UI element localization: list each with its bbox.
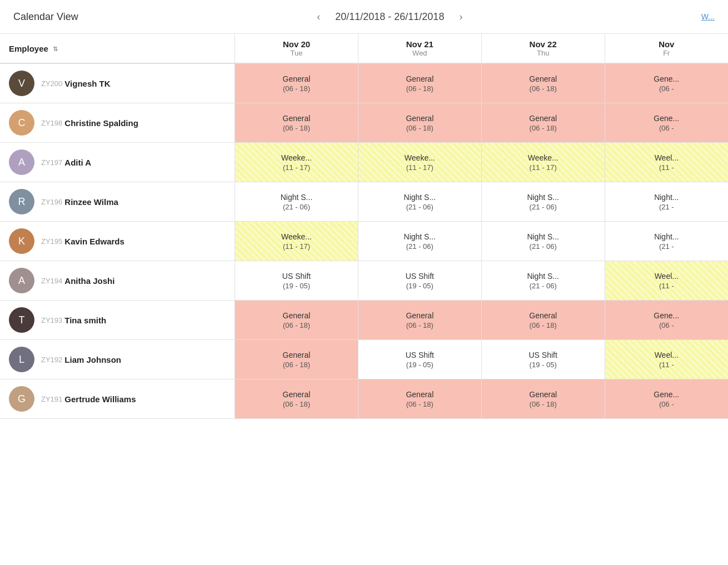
employee-cell-0: VZY200 Vignesh TK (0, 63, 235, 103)
avatar: V (9, 71, 34, 96)
shift-cell-1-0[interactable]: General(06 - 18) (235, 103, 358, 143)
shift-time: (11 - (610, 163, 724, 172)
page-title: Calendar View (13, 11, 78, 23)
shift-time: (06 - 18) (240, 124, 353, 132)
shift-cell-6-2[interactable]: General(06 - 18) (481, 301, 605, 340)
shift-cell-2-0[interactable]: Weeke...(11 - 17) (235, 143, 358, 182)
shift-label: General (363, 390, 477, 399)
sort-icon[interactable]: ⇅ (53, 46, 58, 53)
employee-name-id: ZY191 Gertrude Williams (41, 394, 136, 404)
shift-cell-4-0[interactable]: Weeke...(11 - 17) (235, 222, 358, 261)
shift-cell-1-2[interactable]: General(06 - 18) (481, 103, 605, 143)
avatar: K (9, 228, 34, 254)
shift-time: (21 - (610, 203, 724, 211)
day-header-2: Nov 22 Thu (481, 34, 605, 63)
shift-cell-3-3[interactable]: Night...(21 - (605, 182, 728, 222)
shift-label: General (240, 390, 353, 399)
shift-label: Night... (610, 193, 724, 202)
employee-name: Tina smith (64, 316, 106, 325)
shift-cell-2-1[interactable]: Weeke...(11 - 17) (358, 143, 481, 182)
shift-time: (19 - 05) (240, 282, 353, 290)
shift-cell-2-2[interactable]: Weeke...(11 - 17) (481, 143, 605, 182)
shift-cell-0-1[interactable]: General(06 - 18) (358, 63, 481, 103)
employee-label: Employee (9, 44, 48, 53)
shift-cell-0-2[interactable]: General(06 - 18) (481, 63, 605, 103)
employee-id: ZY200 (41, 79, 62, 88)
shift-cell-7-2[interactable]: US Shift(19 - 05) (481, 340, 605, 379)
shift-cell-3-0[interactable]: Night S...(21 - 06) (235, 182, 358, 222)
employee-id: ZY191 (41, 395, 62, 403)
table-header-row: Employee ⇅ Nov 20 Tue Nov 21 Wed Nov 22 … (0, 34, 728, 63)
employee-id: ZY193 (41, 316, 62, 324)
shift-cell-3-2[interactable]: Night S...(21 - 06) (481, 182, 605, 222)
shift-cell-5-1[interactable]: US Shift(19 - 05) (358, 261, 481, 301)
employee-cell-5: AZY194 Anitha Joshi (0, 261, 235, 301)
shift-cell-0-3[interactable]: Gene...(06 - (605, 63, 728, 103)
shift-cell-4-2[interactable]: Night S...(21 - 06) (481, 222, 605, 261)
shift-cell-5-3[interactable]: Weel...(11 - (605, 261, 728, 301)
shift-cell-6-1[interactable]: General(06 - 18) (358, 301, 481, 340)
employee-info: VZY200 Vignesh TK (0, 64, 235, 103)
shift-cell-3-1[interactable]: Night S...(21 - 06) (358, 182, 481, 222)
shift-time: (21 - 06) (363, 203, 477, 211)
shift-cell-6-3[interactable]: Gene...(06 - (605, 301, 728, 340)
day-name-0: Nov 20 (240, 39, 353, 49)
avatar: L (9, 347, 34, 372)
employee-cell-4: KZY195 Kavin Edwards (0, 222, 235, 261)
next-arrow[interactable]: › (453, 9, 468, 24)
calendar-table-wrapper: Employee ⇅ Nov 20 Tue Nov 21 Wed Nov 22 … (0, 34, 728, 419)
shift-cell-8-3[interactable]: Gene...(06 - (605, 379, 728, 419)
shift-time: (19 - 05) (486, 361, 600, 369)
shift-cell-7-3[interactable]: Weel...(11 - (605, 340, 728, 379)
employee-name-id: ZY200 Vignesh TK (41, 79, 111, 88)
shift-time: (06 - (610, 321, 724, 329)
shift-time: (19 - 05) (363, 361, 477, 369)
shift-label: Weeke... (240, 232, 353, 241)
shift-cell-4-1[interactable]: Night S...(21 - 06) (358, 222, 481, 261)
calendar-table: Employee ⇅ Nov 20 Tue Nov 21 Wed Nov 22 … (0, 34, 728, 419)
employee-cell-8: GZY191 Gertrude Williams (0, 379, 235, 419)
day-name-3: Nov (610, 39, 724, 49)
shift-cell-1-1[interactable]: General(06 - 18) (358, 103, 481, 143)
shift-cell-5-2[interactable]: Night S...(21 - 06) (481, 261, 605, 301)
shift-label: Night S... (240, 193, 353, 202)
employee-name: Christine Spalding (64, 118, 138, 128)
shift-cell-8-0[interactable]: General(06 - 18) (235, 379, 358, 419)
shift-cell-7-1[interactable]: US Shift(19 - 05) (358, 340, 481, 379)
shift-label: Night S... (363, 193, 477, 202)
view-link[interactable]: W... (701, 12, 715, 21)
shift-cell-5-0[interactable]: US Shift(19 - 05) (235, 261, 358, 301)
shift-cell-7-0[interactable]: General(06 - 18) (235, 340, 358, 379)
day-sub-2: Thu (486, 49, 600, 57)
employee-info: CZY198 Christine Spalding (0, 103, 235, 142)
shift-cell-8-1[interactable]: General(06 - 18) (358, 379, 481, 419)
table-row: RZY196 Rinzee WilmaNight S...(21 - 06)Ni… (0, 182, 728, 222)
avatar: G (9, 386, 34, 412)
employee-name-id: ZY195 Kavin Edwards (41, 237, 124, 246)
shift-label: General (240, 351, 353, 359)
shift-time: (06 - 18) (486, 400, 600, 408)
prev-arrow[interactable]: ‹ (311, 9, 326, 24)
employee-name-id: ZY192 Liam Johnson (41, 355, 121, 364)
employee-id: ZY192 (41, 356, 62, 364)
employee-column-header[interactable]: Employee ⇅ (0, 34, 235, 63)
shift-cell-1-3[interactable]: Gene...(06 - (605, 103, 728, 143)
shift-cell-8-2[interactable]: General(06 - 18) (481, 379, 605, 419)
employee-cell-3: RZY196 Rinzee Wilma (0, 182, 235, 222)
shift-time: (06 - 18) (363, 124, 477, 132)
employee-info: LZY192 Liam Johnson (0, 340, 235, 379)
shift-time: (11 - 17) (363, 163, 477, 172)
shift-cell-6-0[interactable]: General(06 - 18) (235, 301, 358, 340)
shift-time: (11 - (610, 361, 724, 369)
shift-cell-0-0[interactable]: General(06 - 18) (235, 63, 358, 103)
shift-cell-2-3[interactable]: Weel...(11 - (605, 143, 728, 182)
shift-label: US Shift (240, 272, 353, 281)
shift-label: General (486, 390, 600, 399)
avatar: T (9, 307, 34, 333)
shift-time: (06 - 18) (363, 400, 477, 408)
shift-time: (06 - (610, 400, 724, 408)
shift-cell-4-3[interactable]: Night...(21 - (605, 222, 728, 261)
employee-id: ZY198 (41, 119, 62, 127)
shift-time: (06 - (610, 84, 724, 93)
avatar: R (9, 189, 34, 214)
